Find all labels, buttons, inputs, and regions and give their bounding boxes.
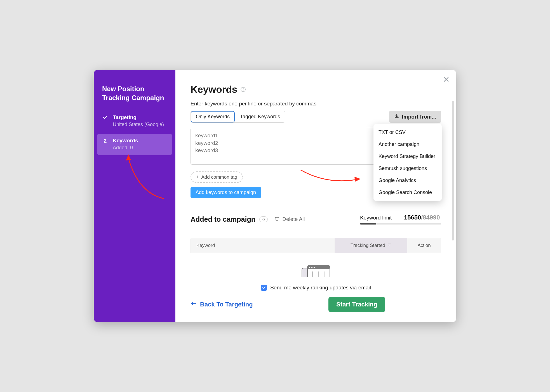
scrollbar-thumb[interactable] (452, 101, 454, 240)
col-keyword[interactable]: Keyword (191, 238, 335, 253)
add-common-tag-button[interactable]: + Add common tag (191, 171, 243, 183)
sort-icon (387, 243, 391, 248)
added-header: Added to campaign 0 Delete All Keyword l… (191, 214, 441, 225)
import-option-another-campaign[interactable]: Another campaign (373, 138, 442, 150)
import-from-dropdown: TXT or CSV Another campaign Keyword Stra… (373, 124, 442, 201)
keyword-mode-tabs: Only Keywords Tagged Keywords (191, 111, 285, 123)
trash-icon (274, 216, 279, 223)
import-option-txt-csv[interactable]: TXT or CSV (373, 126, 442, 138)
info-icon[interactable]: i (241, 87, 246, 92)
limit-max: 84990 (423, 214, 440, 221)
step-label: Keywords (113, 138, 138, 144)
added-title: Added to campaign (191, 215, 255, 223)
col-action: Action (407, 238, 441, 253)
back-label: Back To Targeting (200, 301, 253, 308)
back-to-targeting-link[interactable]: Back To Targeting (191, 301, 253, 308)
col-tracking-label: Tracking Started (351, 243, 385, 248)
import-from-button[interactable]: Import from... (389, 111, 441, 123)
toolbar-row: Only Keywords Tagged Keywords Import fro… (191, 111, 441, 123)
svg-marker-0 (126, 154, 131, 160)
delete-all-button[interactable]: Delete All (274, 216, 305, 223)
svg-rect-8 (307, 265, 330, 269)
import-option-google-search-console[interactable]: Google Search Console (373, 186, 442, 199)
start-tracking-button[interactable]: Start Tracking (328, 297, 385, 312)
tab-tagged-keywords[interactable]: Tagged Keywords (235, 111, 285, 122)
page-title: Keywords i (191, 84, 441, 95)
wizard-sidebar: New Position Tracking Campaign Targeting… (94, 70, 175, 322)
content-scroll: Keywords i Enter keywords one per line o… (175, 70, 456, 277)
plus-icon: + (196, 174, 199, 180)
add-keywords-button[interactable]: Add keywords to campaign (191, 187, 261, 198)
empty-state-illustration (299, 263, 333, 277)
position-tracking-modal: New Position Tracking Campaign Targeting… (94, 70, 456, 322)
keywords-table-header: Keyword Tracking Started Action (191, 238, 441, 253)
added-count-badge: 0 (259, 216, 268, 222)
import-option-google-analytics[interactable]: Google Analytics (373, 174, 442, 186)
limit-progress-bar (360, 223, 441, 225)
page-title-text: Keywords (191, 84, 237, 95)
limit-values: 15650/84990 (404, 214, 440, 221)
modal-footer: Send me weekly ranking updates via email… (175, 277, 456, 322)
footer-actions: Back To Targeting Start Tracking (191, 297, 441, 312)
wizard-step-keywords[interactable]: 2 Keywords Added: 0 (97, 134, 172, 155)
check-icon (102, 114, 108, 127)
step-sub: United States (Google) (113, 122, 164, 127)
helper-text: Enter keywords one per line or separated… (191, 101, 441, 107)
delete-all-label: Delete All (282, 216, 305, 222)
checkbox-checked-icon (261, 285, 267, 291)
main-panel: Keywords i Enter keywords one per line o… (175, 70, 456, 322)
import-from-label: Import from... (402, 114, 436, 120)
scrollbar[interactable] (452, 101, 454, 246)
annotation-arrow-icon (122, 151, 172, 204)
tab-only-keywords[interactable]: Only Keywords (191, 111, 235, 122)
arrow-left-icon (191, 301, 197, 308)
step-sub: Added: 0 (113, 145, 138, 151)
step-number: 2 (102, 138, 108, 151)
wizard-step-targeting[interactable]: Targeting United States (Google) (97, 110, 172, 132)
svg-point-10 (311, 267, 312, 268)
keyword-limit: Keyword limit 15650/84990 (360, 214, 441, 225)
weekly-updates-checkbox[interactable]: Send me weekly ranking updates via email (261, 285, 371, 291)
limit-label: Keyword limit (360, 215, 392, 221)
download-icon (394, 114, 399, 120)
import-option-semrush-suggestions[interactable]: Semrush suggestions (373, 162, 442, 174)
sidebar-title: New Position Tracking Campaign (94, 84, 175, 110)
step-label: Targeting (113, 114, 164, 121)
limit-used: 15650 (404, 214, 421, 221)
svg-point-11 (314, 267, 315, 268)
weekly-updates-label: Send me weekly ranking updates via email (270, 285, 371, 291)
svg-point-9 (309, 267, 310, 268)
import-option-keyword-strategy-builder[interactable]: Keyword Strategy Builder (373, 150, 442, 162)
add-tag-label: Add common tag (201, 174, 238, 180)
col-tracking-started[interactable]: Tracking Started (335, 238, 407, 253)
